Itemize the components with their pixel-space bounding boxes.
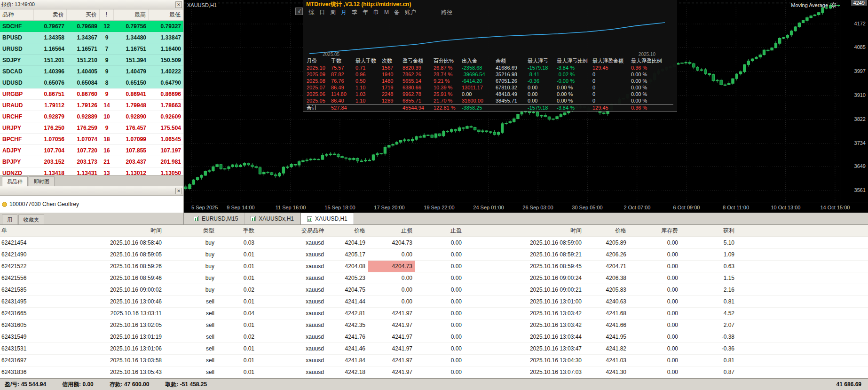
mw-column-header[interactable]: 最高 [114,9,149,20]
terminal-column-header[interactable]: 获利 [681,225,737,237]
cell: 0.36 % [631,104,664,111]
terminal-column-header[interactable]: 止损 [368,225,415,237]
close-icon[interactable]: ✕ [175,1,182,8]
close-icon[interactable]: ✕ [175,188,182,194]
quote-row[interactable]: BPCHF1.070561.07074181.070991.06545 [0,134,183,145]
cell: buy [165,284,217,295]
time-axis-label: 10 Oct 13:00 [771,205,801,210]
navigator-account-row[interactable]: 1000077030 Chen Geoffrey [0,196,183,213]
curve-start-label: 2025.05 [323,52,339,57]
nav-tab-1[interactable]: 收藏夹 [18,215,44,224]
cell: -2358.68 [462,64,496,71]
time-axis[interactable]: 5 Sep 20259 Sep 14:0011 Sep 16:0015 Sep … [184,202,868,213]
cell: 0.01 [217,249,257,260]
quote-row[interactable]: UDUSD0.650760.6508480.651500.64790 [0,77,183,88]
terminal-column-header[interactable]: 交易品种 [257,225,327,237]
history-row[interactable]: 624318362025.10.16 13:05:43sell0.01xauus… [0,366,868,378]
stats-menu-item-6[interactable]: 巾 [373,8,379,16]
stats-menu-item-3[interactable]: 月 [341,8,347,16]
stats-menu-item-5[interactable]: 年 [363,8,368,16]
cell: 0.00 % [631,97,664,104]
cell: 4204.19 [327,237,368,248]
indicator-name: Moving Average [791,2,828,8]
history-row[interactable]: 624214542025.10.16 08:58:40buy0.03xauusd… [0,237,868,249]
mw-column-header[interactable]: 最低 [149,9,183,20]
stats-menu-item-8[interactable]: 备 [394,8,400,16]
cell: 0.96 [355,71,382,78]
cell: 4241.68 [584,308,629,319]
history-row[interactable]: 624315312025.10.16 13:01:06sell0.01xauus… [0,343,868,355]
history-row[interactable]: 624314952025.10.16 13:00:46sell0.01xauus… [0,296,868,308]
mw-column-header[interactable]: 卖价 [34,9,67,20]
cell: URCHF [0,111,34,122]
cell: SDCHF [0,21,34,32]
terminal-column-header[interactable]: 价格 [327,225,368,237]
mw-tab-1[interactable]: 即时图 [29,176,55,186]
quote-row[interactable]: SDCAD1.403961.4040591.404791.40222 [0,66,183,77]
cell: 150.509 [149,55,183,65]
mw-column-header[interactable]: ! [100,9,114,20]
terminal-column-header[interactable]: 手数 [217,225,257,237]
stats-menu-item-2[interactable]: 周 [330,8,336,16]
history-row[interactable]: 624215222025.10.16 08:59:26buy0.01xauusd… [0,261,868,272]
quote-row[interactable]: SDCHF0.796770.79689120.797560.79327 [0,21,183,32]
cell: 67810.32 [496,84,528,91]
terminal-column-header[interactable]: 价格 [584,225,629,237]
quote-row[interactable]: URJPY176.250176.2599176.457175.504 [0,122,183,134]
quote-row[interactable]: BPUSD1.343581.3436791.344801.33847 [0,32,183,43]
cell: 2025.10.16 13:01:00 [465,296,584,307]
cell: 0.00 [528,84,557,91]
cell: 1.13431 [67,167,100,175]
check-icon[interactable]: √ [295,8,303,15]
cell: 2025.09 [307,71,331,78]
mw-tab-0[interactable]: 易品种 [2,176,28,186]
cell: 2025.10.16 13:03:42 [465,319,584,331]
chart-tab-2[interactable]: XAUUSD,H1 [300,213,354,224]
stats-path-label[interactable]: 路径 [441,8,452,16]
cell: 21 [100,156,114,167]
quote-row[interactable]: ADJPY107.704107.72016107.855107.197 [0,145,183,156]
terminal-column-header[interactable]: 止盈 [415,225,465,237]
cell: 0.00 [629,296,681,307]
terminal-column-header[interactable]: 单 [0,225,59,237]
stats-menu-item-1[interactable]: 日 [319,8,325,16]
quote-row[interactable]: URAUD1.791121.79126141.799481.78663 [0,100,183,111]
chart-tab-1[interactable]: XAUUSDx,H1 [245,213,300,224]
history-row[interactable]: 624315492025.10.16 13:01:19sell0.02xauus… [0,331,868,343]
cell: 62431549 [0,331,59,342]
stats-menu-item-0[interactable]: 综 [308,8,314,16]
mw-column-header[interactable]: 买价 [67,9,100,20]
terminal-column-header[interactable]: 库存费 [629,225,681,237]
stats-menu-item-7[interactable]: M [384,9,389,16]
cell: 1.16751 [114,43,149,54]
price-axis[interactable]: 417240853997391038223734364935614249 [841,0,868,202]
cell: 2025.06 [307,91,331,97]
cell: 0.36 % [631,64,664,71]
mw-column-header[interactable]: 品种 [0,9,34,20]
quote-row[interactable]: SDJPY151.201151.2109151.394150.509 [0,55,183,66]
terminal-column-header[interactable]: 类型 [165,225,217,237]
stats-menu-item-4[interactable]: 季 [352,8,357,16]
quote-row[interactable]: URUSD1.165641.1657171.167511.16400 [0,43,183,55]
nav-tab-0[interactable]: 用 [2,215,17,224]
quote-row[interactable]: BPJPY203.152203.17321203.437201.981 [0,156,183,167]
chart-area[interactable]: XAUUSD,H1 √ Moving Average 4172408539973… [184,0,868,213]
cell: 2025.10.16 13:03:42 [465,308,584,319]
terminal-column-header[interactable]: 时间 [465,225,584,237]
history-row[interactable]: 624316972025.10.16 13:03:58sell0.01xauus… [0,355,868,366]
quote-row[interactable]: URGBP0.867510.8676090.869410.86696 [0,88,183,100]
quote-row[interactable]: URCHF0.928790.92889100.928900.92609 [0,111,183,122]
cell: 129.45 [592,64,631,71]
history-row[interactable]: 624214902025.10.16 08:59:05buy0.01xauusd… [0,249,868,261]
cell: xauusd [257,237,327,248]
chart-tab-0[interactable]: EURUSD,M15 [188,213,245,224]
gear-icon[interactable] [830,2,837,8]
history-row[interactable]: 624316652025.10.16 13:03:11sell0.04xauus… [0,308,868,319]
stats-menu-item-9[interactable]: 账户 [405,8,416,16]
terminal-column-header[interactable]: 时间 [59,225,165,237]
cell: 1.34480 [114,32,149,43]
history-row[interactable]: 624215562025.10.16 08:59:46buy0.01xauusd… [0,272,868,284]
history-row[interactable]: 624316052025.10.16 13:02:05sell0.01xauus… [0,319,868,331]
history-row[interactable]: 624215852025.10.16 09:00:02buy0.02xauusd… [0,284,868,296]
quote-row[interactable]: UDNZD1.134181.13431131.130121.13050 [0,167,183,175]
